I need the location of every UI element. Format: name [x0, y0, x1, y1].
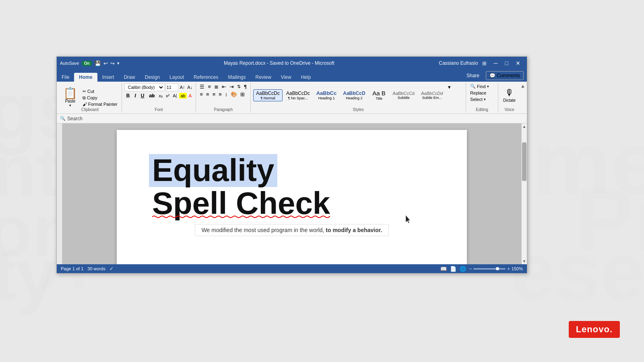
save-icon[interactable]: 💾 — [95, 60, 101, 66]
title-bar-left: AutoSave On 💾 ↩ ↪ ▾ — [60, 60, 120, 66]
proofing-icon[interactable]: ✓ — [109, 266, 114, 272]
paste-button[interactable]: 📋 Paste ▾ — [61, 87, 80, 108]
sort-button[interactable]: ⇅ — [236, 84, 242, 90]
show-formatting-button[interactable]: ¶ — [243, 84, 248, 90]
tab-insert[interactable]: Insert — [97, 73, 119, 82]
tab-layout[interactable]: Layout — [165, 73, 189, 82]
status-right: 📖 📄 🌐 − + 150% — [440, 266, 523, 272]
justify-button[interactable]: ≡ — [217, 91, 223, 98]
document-page[interactable]: Equality Spell Check We modified the mos… — [117, 130, 467, 264]
decrease-indent-button[interactable]: ⇤ — [221, 83, 227, 90]
style-subtitle[interactable]: AaBbCcCd Subtitle — [390, 90, 417, 101]
tab-mailings[interactable]: Mailings — [223, 73, 250, 82]
scroll-up-button[interactable]: ▲ — [522, 123, 527, 130]
scroll-down-button[interactable]: ▼ — [522, 258, 527, 264]
restore-button[interactable]: □ — [502, 59, 512, 67]
speech-bubble-icon: 💬 — [489, 73, 495, 78]
bg-text-pr: Pr — [575, 169, 644, 271]
highlight-button[interactable]: ab — [179, 93, 186, 99]
redo-icon[interactable]: ↪ — [110, 60, 115, 66]
dictate-label: Dictate — [503, 98, 516, 103]
bold-button[interactable]: B — [124, 92, 132, 99]
font-name-selector[interactable]: Calibri (Body) — [124, 83, 165, 91]
tab-references[interactable]: References — [189, 73, 223, 82]
paste-dropdown-icon[interactable]: ▾ — [69, 103, 71, 107]
zoom-slider-thumb[interactable] — [496, 267, 499, 270]
scroll-thumb[interactable] — [522, 142, 526, 181]
doc-title-line: Equality Spell Check — [149, 154, 435, 220]
font-color-button[interactable]: A — [188, 93, 193, 99]
paste-label: Paste — [65, 99, 76, 103]
align-right-button[interactable]: ≡ — [211, 91, 217, 98]
status-bar: Page 1 of 1 30 words ✓ 📖 📄 🌐 − + 150% — [57, 264, 527, 273]
tab-view[interactable]: View — [276, 73, 296, 82]
style-subtle-em[interactable]: AaBbCcDd Subtle Em... — [418, 90, 446, 101]
multilevel-list-button[interactable]: ≣ — [213, 83, 220, 90]
line-spacing-button[interactable]: ↕ — [224, 91, 229, 98]
share-button[interactable]: Share — [462, 72, 483, 80]
zoom-slider[interactable] — [473, 268, 506, 269]
comments-button[interactable]: 💬 Comments — [486, 71, 524, 80]
shading-button[interactable]: 🎨 — [229, 91, 238, 98]
styles-expand-button[interactable]: ▾ — [446, 83, 452, 91]
copy-icon: ⧉ — [83, 95, 86, 101]
undo-icon[interactable]: ↩ — [103, 60, 108, 66]
document-canvas[interactable]: Equality Spell Check We modified the mos… — [62, 123, 521, 264]
scroll-track — [522, 130, 527, 258]
style-no-spacing[interactable]: AaBbCcDc ¶ No Spac... — [283, 89, 313, 101]
zoom-plus-button[interactable]: + — [507, 266, 510, 271]
autosave-toggle[interactable]: On — [82, 61, 92, 66]
editing-label: Editing — [466, 107, 498, 112]
tab-design[interactable]: Design — [140, 73, 165, 82]
increase-indent-button[interactable]: ⇥ — [228, 83, 235, 90]
style-heading1[interactable]: AaBbCc Heading 1 — [314, 89, 340, 101]
word-window: AutoSave On 💾 ↩ ↪ ▾ Mayas Report.docx - … — [56, 56, 527, 274]
tab-file[interactable]: File — [57, 73, 74, 82]
format-painter-button[interactable]: 🖌 Format Painter — [81, 101, 119, 107]
doc-subtitle-container: We modified the most used program in the… — [149, 224, 435, 236]
superscript-button[interactable]: x² — [165, 93, 171, 99]
vertical-scrollbar[interactable]: ▲ ▼ — [521, 123, 527, 264]
close-button[interactable]: ✕ — [512, 59, 524, 67]
search-label[interactable]: Search — [67, 116, 83, 121]
title-bar-right: Cassiano Eufrasio ⊞ ─ □ ✕ — [439, 59, 524, 67]
microphone-icon[interactable]: 🎙 — [505, 88, 514, 98]
cut-button[interactable]: ✂ Cut — [81, 88, 119, 95]
borders-button[interactable]: ⊞ — [239, 91, 246, 98]
view-read-icon[interactable]: 📖 — [440, 266, 447, 272]
align-center-button[interactable]: ≡ — [205, 91, 211, 98]
find-button[interactable]: 🔍 Find ▾ — [469, 83, 495, 89]
align-left-button[interactable]: ≡ — [198, 91, 204, 98]
zoom-minus-button[interactable]: − — [469, 266, 472, 271]
editing-group: 🔍 Find ▾ Replace Select ▾ Editing — [466, 82, 498, 113]
tab-draw[interactable]: Draw — [119, 73, 140, 82]
strikethrough-button[interactable]: ab — [147, 92, 157, 99]
find-dropdown-icon: ▾ — [487, 84, 489, 88]
underline-button[interactable]: U — [139, 92, 147, 99]
view-web-icon[interactable]: 🌐 — [460, 266, 466, 272]
copy-button[interactable]: ⧉ Copy — [81, 95, 119, 101]
style-heading2[interactable]: AaBbCcD Heading 2 — [340, 89, 368, 101]
tab-review[interactable]: Review — [251, 73, 276, 82]
number-list-button[interactable]: ≡ — [206, 83, 212, 90]
zoom-level: 150% — [512, 266, 523, 271]
replace-button[interactable]: Replace — [469, 90, 495, 96]
select-button[interactable]: Select ▾ — [469, 97, 495, 102]
text-effects-button[interactable]: A⟨ — [171, 93, 178, 99]
style-normal[interactable]: AaBbCcDc ¶ Normal — [253, 89, 283, 101]
font-size-input[interactable] — [165, 83, 178, 91]
tab-home[interactable]: Home — [74, 73, 97, 82]
italic-button[interactable]: I — [132, 92, 138, 99]
bullet-list-button[interactable]: ☰ — [198, 83, 206, 90]
tab-help[interactable]: Help — [296, 73, 316, 82]
styles-label: Styles — [251, 107, 466, 112]
ribbon-collapse-button[interactable]: ▲ — [520, 83, 525, 89]
shrink-font-icon[interactable]: A↓ — [187, 84, 194, 90]
subscript-button[interactable]: x₂ — [157, 93, 164, 99]
doc-title-word1[interactable]: Equality — [149, 154, 277, 187]
minimize-button[interactable]: ─ — [491, 59, 501, 67]
view-print-icon[interactable]: 📄 — [450, 266, 456, 272]
style-title[interactable]: Aa B Title — [369, 88, 389, 102]
grow-font-icon[interactable]: A↑ — [179, 84, 186, 90]
voice-label: Voice — [498, 107, 520, 112]
